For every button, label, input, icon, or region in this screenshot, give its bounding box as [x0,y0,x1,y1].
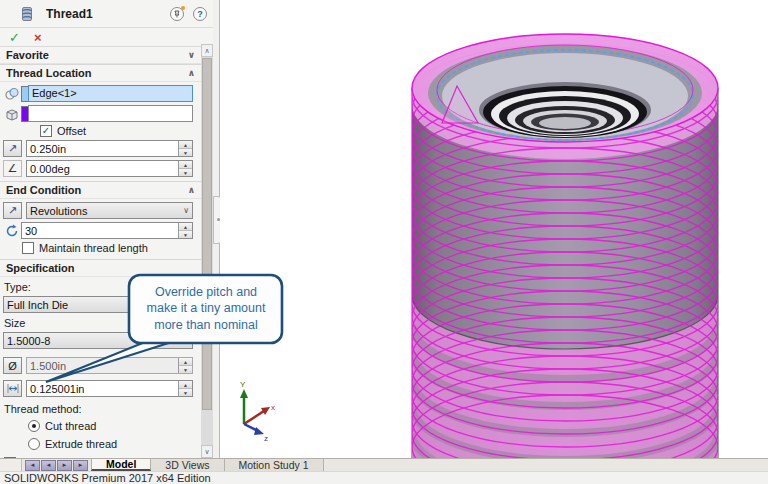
offset-angle-field-wrap: ▲ ▼ [26,160,193,177]
maintain-length-checkbox[interactable] [22,242,34,254]
chevron-up-icon: ∧ [188,68,195,78]
favorite-section-header[interactable]: Favorite ∨ [0,47,213,64]
tab-last-icon[interactable]: ► [73,460,88,471]
panel-scrollbar[interactable]: ∧ ∨ [201,44,213,458]
spin-up-icon[interactable]: ▲ [179,223,192,231]
scroll-down-icon[interactable]: ∨ [201,445,213,458]
chevron-down-icon: ∨ [188,50,195,60]
spin-down-icon[interactable]: ▼ [179,169,192,176]
pitch-input[interactable] [27,381,178,396]
document-tab-bar: ◄ ◄ ► ► Model 3D Views Motion Study 1 [0,458,768,471]
tab-first-icon[interactable]: ◄ [25,460,40,471]
type-dropdown[interactable]: Full Inch Die ∨ [3,296,193,313]
size-row: 1.5000-8 ∨ [3,332,193,349]
offset-distance-spinner[interactable]: ▲ ▼ [178,141,192,156]
pitch-field-wrap: ▲ ▼ [26,380,193,397]
spin-up-icon[interactable]: ▲ [179,141,192,149]
ok-check-icon[interactable]: ✓ [9,31,20,44]
diameter-field-wrap: ▲ ▼ [26,357,193,374]
pin-new-indicator [181,6,185,10]
spin-up-icon[interactable]: ▲ [179,161,192,169]
spin-up-icon[interactable]: ▲ [179,358,192,366]
cut-thread-radio[interactable] [28,420,40,432]
scrollbar-thumb[interactable] [202,58,212,410]
chevron-up-icon: ∧ [188,185,195,195]
revolutions-icon [3,223,21,239]
tab-motion-study-1[interactable]: Motion Study 1 [225,459,324,471]
end-condition-section-header[interactable]: End Condition ∧ [0,181,213,199]
size-value: 1.5000-8 [7,335,183,347]
end-condition-dropdown[interactable]: Revolutions ∨ [26,202,193,219]
graphics-area[interactable]: Y x z [220,0,768,458]
cut-thread-label: Cut thread [45,420,96,432]
status-bar: SOLIDWORKS Premium 2017 x64 Edition [0,471,768,484]
thread-location-section-header[interactable]: Thread Location ∧ [0,64,213,82]
size-dropdown[interactable]: 1.5000-8 ∨ [3,332,193,349]
edge-select-icon [3,86,21,102]
dropdown-arrow-icon: ∨ [183,206,189,215]
offset-label: Offset [57,125,86,137]
spin-down-icon[interactable]: ▼ [179,389,192,396]
pitch-icon[interactable] [3,380,22,397]
help-glyph: ? [197,9,203,19]
thread-location-title: Thread Location [6,67,92,79]
confirm-toolbar: ✓ × [0,28,213,47]
edge-selection-box[interactable]: Edge<1> [28,85,193,102]
offset-face-color-chip [21,106,28,122]
tab-model[interactable]: Model [91,459,151,471]
specification-title: Specification [6,262,74,274]
type-label: Type: [4,281,197,293]
extrude-thread-row: Extrude thread [28,438,193,450]
orientation-triad: Y x z [240,380,275,443]
extrude-thread-label: Extrude thread [45,438,117,450]
face-select-icon [3,106,21,122]
thread-location-body: Edge<1> ✓ Offset ↗ [0,85,213,177]
offset-distance-icon[interactable]: ↗ [3,140,22,157]
triad-x-label: x [271,403,275,412]
help-icon[interactable]: ? [193,7,207,21]
pin-icon[interactable] [170,7,184,21]
spin-down-icon[interactable]: ▼ [179,149,192,156]
spin-down-icon[interactable]: ▼ [179,231,192,238]
offset-angle-spinner[interactable]: ▲ ▼ [178,161,192,176]
revolutions-input[interactable] [22,223,178,238]
extrude-thread-radio[interactable] [28,438,40,450]
spin-up-icon[interactable]: ▲ [179,381,192,389]
solidworks-window: Thread1 ? ✓ × Favorite ∨ Thread Location… [0,0,768,484]
angle-icon: ∠ [3,160,22,177]
offset-angle-input[interactable] [27,161,178,176]
tab-3d-views[interactable]: 3D Views [151,459,224,471]
maintain-length-row: Maintain thread length [22,242,193,254]
tab-prev-icon[interactable]: ◄ [41,460,56,471]
face-selection-row [3,105,193,122]
pushpin-glyph [173,10,181,18]
revolutions-row: ▲ ▼ [3,222,193,239]
type-row: Full Inch Die ∨ [3,296,193,313]
diameter-row: Ø ▲ ▼ [3,357,193,374]
cancel-x-icon[interactable]: × [34,31,42,44]
dropdown-arrow-icon: ∨ [183,336,189,345]
diameter-input[interactable] [27,358,178,373]
revolutions-spinner[interactable]: ▲ ▼ [178,223,192,238]
offset-face-selection-box[interactable] [28,105,193,122]
end-condition-value: Revolutions [30,205,183,217]
specification-section-header[interactable]: Specification [0,259,213,277]
tab-next-icon[interactable]: ► [57,460,72,471]
thread-property-manager: Thread1 ? ✓ × Favorite ∨ Thread Location… [0,0,213,458]
offset-distance-input[interactable] [27,141,178,156]
scroll-up-icon[interactable]: ∧ [201,44,213,57]
end-condition-icon: ↗ [3,202,22,219]
thread-feature-icon [18,5,36,23]
spin-down-icon[interactable]: ▼ [179,366,192,373]
tab-nav-buttons: ◄ ◄ ► ► [22,459,91,471]
offset-angle-row: ∠ ▲ ▼ [3,160,193,177]
size-label: Size [4,317,197,329]
diameter-spinner[interactable]: ▲ ▼ [178,358,192,373]
offset-checkbox[interactable]: ✓ [40,125,52,137]
pitch-spinner[interactable]: ▲ ▼ [178,381,192,396]
edge-selection-row: Edge<1> [3,85,193,102]
pitch-row: ▲ ▼ [3,380,193,397]
end-condition-body: ↗ Revolutions ∨ ▲ ▼ [0,202,213,254]
cut-thread-row: Cut thread [28,420,193,432]
maintain-length-label: Maintain thread length [39,242,148,254]
